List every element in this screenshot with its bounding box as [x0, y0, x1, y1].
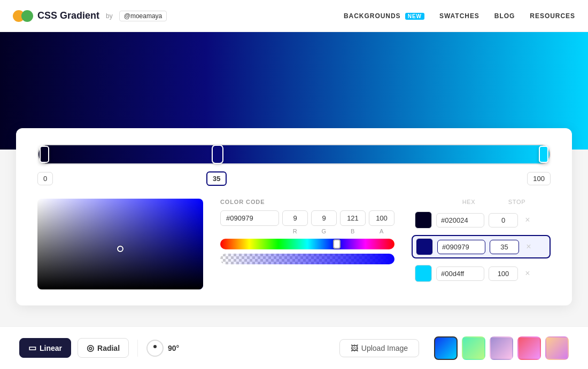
spectrum-bar[interactable] [220, 239, 394, 249]
header-left: CSS Gradient by @moeamaya [13, 10, 167, 22]
main-panel: 0 35 100 COLOR CODE R G B A [16, 128, 572, 305]
color-hex-input[interactable] [220, 210, 279, 226]
sub-label-g: G [311, 228, 337, 234]
radial-icon: ◎ [87, 343, 94, 353]
stop-hex-0[interactable] [436, 213, 484, 227]
header: CSS Gradient by @moeamaya BACKGROUNDS NE… [0, 0, 588, 32]
color-a-input[interactable] [369, 210, 394, 226]
header-author[interactable]: @moeamaya [119, 11, 167, 21]
stop-label-0: 0 [37, 172, 53, 185]
color-code-label: COLOR CODE [220, 199, 394, 205]
presets-row [434, 336, 569, 360]
stops-header-stop: STOP [498, 199, 536, 205]
footer: ▭ Linear ◎ Radial 90° 🖼 Upload Image [0, 326, 588, 369]
stop-row-0[interactable]: × [412, 209, 551, 231]
sub-label-r: R [282, 228, 308, 234]
color-g-input[interactable] [311, 210, 337, 226]
stop-swatch-35[interactable] [416, 238, 433, 255]
linear-icon: ▭ [28, 343, 36, 353]
stop-delete-0[interactable]: × [522, 215, 533, 225]
color-b-input[interactable] [340, 210, 366, 226]
linear-label: Linear [40, 344, 62, 352]
preset-1[interactable] [434, 336, 458, 360]
preset-5[interactable] [545, 336, 569, 360]
header-nav: BACKGROUNDS NEW SWATCHES BLOG RESOURCES [344, 12, 575, 20]
stop-swatch-0[interactable] [415, 211, 432, 229]
stop-swatch-100[interactable] [415, 265, 432, 282]
stop-labels: 0 35 100 [37, 169, 551, 188]
nav-swatches[interactable]: SWATCHES [439, 12, 479, 20]
angle-circle[interactable] [146, 340, 164, 357]
gradient-bar[interactable] [37, 144, 551, 164]
stops-header-hex: HEX [439, 199, 498, 205]
preset-4[interactable] [517, 336, 541, 360]
stops-header: HEX STOP [412, 199, 551, 205]
stop-handle-35[interactable] [213, 146, 222, 163]
stop-hex-35[interactable] [437, 240, 485, 254]
upload-label: Upload Image [361, 344, 408, 352]
spectrum-handle[interactable] [333, 239, 341, 249]
stops-header-spacer [536, 199, 551, 205]
sub-label-a: A [369, 228, 394, 234]
gradient-bar-container: 0 35 100 [37, 144, 551, 188]
angle-display: 90° [146, 340, 179, 357]
color-sub-labels: R G B A [220, 228, 394, 234]
angle-value[interactable]: 90° [168, 344, 179, 352]
nav-backgrounds[interactable]: BACKGROUNDS NEW [344, 12, 424, 20]
stop-row-35[interactable]: × [412, 235, 551, 258]
color-r-input[interactable] [282, 210, 308, 226]
alpha-bar[interactable] [220, 254, 394, 264]
stop-hex-100[interactable] [436, 266, 484, 281]
stop-delete-35[interactable]: × [523, 242, 534, 252]
stop-pos-100[interactable] [489, 266, 518, 281]
upload-image-button[interactable]: 🖼 Upload Image [339, 339, 419, 357]
logo-circles [13, 10, 33, 22]
preset-3[interactable] [490, 336, 513, 360]
logo-circle-green [21, 10, 33, 22]
color-stops-section: HEX STOP × × [412, 199, 551, 289]
color-inputs-row [220, 210, 394, 226]
radial-label: Radial [97, 344, 120, 352]
color-code-section: COLOR CODE R G B A [220, 199, 394, 289]
footer-separator [137, 340, 138, 357]
angle-dot [153, 345, 157, 348]
stop-handle-0[interactable] [40, 146, 49, 163]
app-title: CSS Gradient [37, 10, 99, 21]
stop-label-35: 35 [206, 171, 227, 186]
nav-blog[interactable]: BLOG [494, 12, 515, 20]
color-picker-cursor[interactable] [117, 246, 123, 252]
stop-delete-100[interactable]: × [522, 269, 533, 278]
color-picker-dark [37, 199, 203, 289]
new-badge: NEW [405, 13, 424, 20]
nav-resources[interactable]: RESOURCES [530, 12, 575, 20]
bottom-section: COLOR CODE R G B A HEX STO [37, 199, 551, 289]
linear-button[interactable]: ▭ Linear [19, 338, 71, 358]
sub-label-b: B [340, 228, 366, 234]
upload-icon: 🖼 [351, 344, 358, 352]
stop-row-100[interactable]: × [412, 263, 551, 284]
stop-pos-0[interactable] [489, 213, 518, 227]
header-by: by [106, 12, 113, 20]
color-picker[interactable] [37, 199, 203, 289]
radial-button[interactable]: ◎ Radial [78, 338, 129, 358]
preset-2[interactable] [462, 336, 485, 360]
stop-label-100: 100 [527, 172, 551, 185]
stop-pos-35[interactable] [490, 240, 519, 254]
stop-handle-100[interactable] [539, 146, 548, 163]
